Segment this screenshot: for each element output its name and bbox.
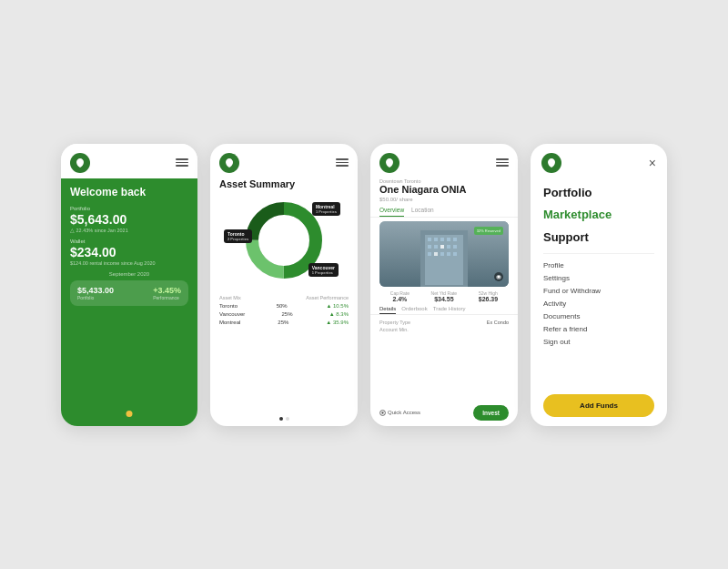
status-dot	[126, 411, 133, 417]
s4-header: ×	[531, 144, 667, 178]
asset-summary-title: Asset Summary	[210, 178, 358, 189]
nav-settings[interactable]: Settings	[543, 274, 654, 282]
camera-icon	[494, 272, 503, 281]
s1-header	[61, 144, 197, 178]
city-montreal: Montreal	[219, 320, 240, 325]
tab-details[interactable]: Details	[379, 306, 396, 314]
tab-orderbook[interactable]: Orderbook	[401, 306, 427, 314]
property-detail-screen: Downtown Toronto One Niagara ONIA $50.00…	[370, 144, 518, 426]
montreal-label: Montreal 1 Properties	[312, 202, 340, 216]
svg-rect-19	[440, 252, 444, 256]
svg-rect-21	[453, 252, 457, 256]
wallet-amount: $234.00	[70, 245, 188, 259]
nav-fund-withdraw[interactable]: Fund or Withdraw	[543, 287, 654, 295]
property-price: $50.00/ share	[370, 195, 518, 207]
reserved-badge: 32% Reserved	[474, 227, 503, 235]
hamburger-menu-3[interactable]	[496, 158, 509, 167]
hamburger-menu-2[interactable]	[336, 158, 349, 167]
logo-icon	[70, 153, 90, 173]
city-toronto: Toronto	[219, 303, 238, 309]
svg-point-25	[381, 412, 383, 413]
detail-property-type: Property Type Ex Condo	[370, 319, 518, 326]
portfolio-label: Portfolio	[70, 206, 188, 211]
add-funds-button[interactable]: Add Funds	[543, 394, 654, 417]
s3-footer: Quick Access Invest	[370, 400, 518, 426]
card-label2: Performance	[153, 295, 181, 300]
s3-header	[370, 144, 518, 178]
table-row: Montreal 25% ▲ 35.9%	[219, 320, 349, 325]
detail-tabs: Details Orderbook Trade History	[370, 306, 518, 315]
property-tabs: Overview Location	[370, 207, 518, 218]
nav-profile[interactable]: Profile	[543, 261, 654, 269]
svg-rect-13	[434, 245, 438, 249]
dot-1	[279, 417, 283, 421]
card-pct: +3.45%	[153, 286, 181, 295]
period-label: September 2020	[70, 271, 188, 277]
nav-activity[interactable]: Activity	[543, 300, 654, 308]
property-image: 32% Reserved	[379, 221, 509, 287]
pct-montreal: 25%	[278, 320, 288, 325]
svg-rect-17	[428, 252, 431, 256]
pagination-dots	[210, 417, 358, 426]
svg-rect-8	[434, 238, 438, 241]
th-mix: Asset Mix	[219, 295, 241, 300]
pct-toronto: 50%	[277, 303, 288, 309]
pct-vancouver: 25%	[281, 311, 292, 317]
card-value: $5,433.00	[77, 286, 114, 295]
svg-rect-9	[440, 238, 444, 241]
svg-rect-18	[434, 252, 438, 256]
close-button[interactable]: ×	[649, 157, 656, 169]
nav-menu: Portfolio Marketplace Support Profile Se…	[531, 178, 667, 385]
stat-cap-rate: Cap Rate 2.4%	[390, 290, 410, 302]
table-row: Toronto 50% ▲ 10.5%	[219, 303, 349, 309]
s2-header	[210, 144, 358, 178]
nav-divider	[543, 253, 654, 254]
welcome-title: Welcome back	[70, 186, 188, 198]
property-title: One Niagara ONIA	[370, 184, 518, 195]
asset-summary-screen: Asset Summary Montreal 1 Properties Toro…	[210, 144, 358, 426]
s1-green-section: Welcome back Portfolio $5,643.00 △ 22.43…	[61, 178, 197, 426]
quick-access[interactable]: Quick Access	[379, 410, 420, 416]
screens-container: Welcome back Portfolio $5,643.00 △ 22.43…	[34, 144, 694, 426]
svg-rect-14	[440, 245, 444, 249]
s4-footer: Add Funds	[531, 385, 667, 426]
dot-2	[286, 417, 289, 421]
logo-icon-2	[219, 153, 239, 173]
perf-montreal: ▲ 35.9%	[326, 320, 349, 325]
invest-button[interactable]: Invest	[473, 405, 509, 421]
welcome-screen: Welcome back Portfolio $5,643.00 △ 22.43…	[61, 144, 197, 426]
svg-rect-11	[453, 238, 457, 241]
table-header: Asset Mix Asset Performance	[219, 295, 349, 300]
th-perf: Asset Performance	[306, 295, 349, 300]
tab-overview[interactable]: Overview	[379, 207, 404, 217]
property-stats: Cap Rate 2.4% Net Ytd Rate $34.55 52w Hi…	[370, 287, 518, 306]
wallet-section: Wallet $234.00 $124.00 rental income sin…	[70, 239, 188, 266]
nav-portfolio[interactable]: Portfolio	[543, 186, 654, 201]
donut-chart: Montreal 1 Properties Toronto 2 Properti…	[238, 195, 329, 286]
svg-rect-6	[425, 235, 463, 285]
stat-52w-high: 52w High $26.39	[479, 290, 498, 302]
nav-documents[interactable]: Documents	[543, 312, 654, 320]
nav-marketplace[interactable]: Marketplace	[543, 208, 654, 223]
perf-toronto: ▲ 10.5%	[326, 303, 349, 309]
nav-support[interactable]: Support	[543, 230, 654, 246]
svg-rect-16	[453, 245, 457, 249]
svg-rect-20	[447, 252, 450, 256]
logo-icon-3	[379, 153, 399, 173]
menu-screen: × Portfolio Marketplace Support Profile …	[531, 144, 667, 426]
wallet-label: Wallet	[70, 239, 188, 244]
toronto-label: Toronto 2 Properties	[224, 229, 252, 243]
svg-rect-15	[447, 245, 450, 249]
city-vancouver: Vancouver	[219, 311, 245, 317]
wallet-sub: $124.00 rental income since Aug 2020	[70, 260, 188, 266]
portfolio-sub: △ 22.43% since Jan 2021	[70, 228, 188, 233]
card-label1: Portfolio	[77, 295, 114, 300]
tab-location[interactable]: Location	[411, 207, 434, 217]
hamburger-menu[interactable]	[176, 158, 188, 167]
nav-signout[interactable]: Sign out	[543, 338, 654, 346]
portfolio-amount: $5,643.00	[70, 212, 188, 227]
tab-trade-history[interactable]: Trade History	[433, 306, 466, 314]
logo-icon-4	[541, 153, 561, 173]
nav-refer[interactable]: Refer a friend	[543, 325, 654, 333]
performance-card: $5,433.00 Portfolio +3.45% Performance	[70, 280, 188, 306]
